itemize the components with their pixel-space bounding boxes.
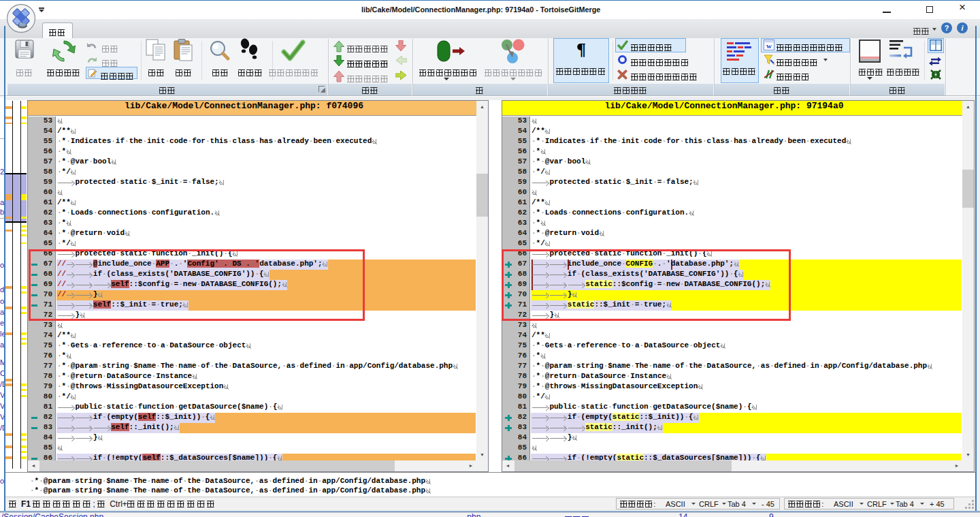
svg-text:w: w	[766, 42, 772, 50]
